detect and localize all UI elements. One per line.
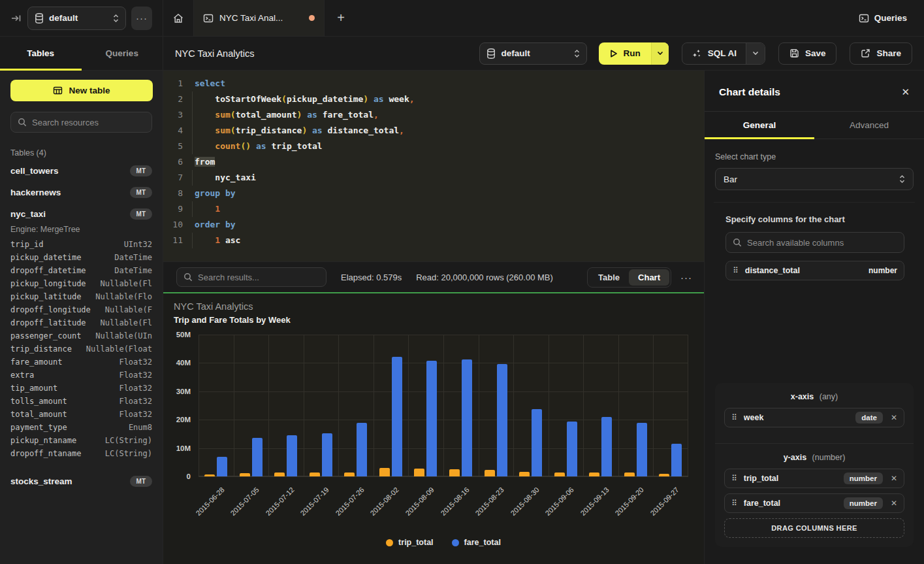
column-row: dropoff_longitudeNullable(F — [10, 303, 152, 316]
sidebar-item-nyc_taxi[interactable]: nyc_taxiMT — [10, 203, 152, 225]
column-name: dropoff_longitude — [10, 305, 105, 314]
column-row: fare_amountFloat32 — [10, 356, 152, 369]
drag-handle-icon[interactable]: ⠿ — [733, 266, 739, 275]
bar-fare_total — [601, 417, 612, 476]
toggle-chart-view[interactable]: Chart — [629, 269, 669, 286]
token: from — [195, 157, 215, 167]
results-more-button[interactable]: ··· — [680, 272, 692, 283]
chart-type-value: Bar — [724, 174, 899, 184]
code-tokens: toStartOfWeek(pickup_datetime) as week, — [183, 91, 415, 107]
collapse-arrow-icon — [10, 12, 22, 24]
main-area: 1select2 toStartOfWeek(pickup_datetime) … — [163, 71, 704, 564]
code-line: 11 1 asc — [163, 233, 704, 248]
drag-handle-icon[interactable]: ⠿ — [731, 413, 737, 422]
column-type: Float32 — [119, 357, 152, 367]
column-row: pickup_datetimeDateTime — [10, 251, 152, 264]
x-tick-label: 2015-06-28 — [194, 486, 225, 517]
column-row: payment_typeEnum8 — [10, 421, 152, 434]
sidebar-tabs: Tables Queries — [0, 37, 163, 70]
sidebar-item-hackernews[interactable]: hackernewsMT — [10, 182, 152, 203]
line-number: 9 — [163, 201, 183, 217]
column-name: pickup_datetime — [10, 253, 114, 262]
legend-label: trip_total — [398, 538, 433, 547]
remove-column-icon[interactable]: ✕ — [891, 474, 897, 483]
columns-search-input[interactable] — [747, 238, 897, 248]
read-stat: Read: 20,000,000 rows (260.00 MB) — [416, 273, 553, 282]
drag-handle-icon[interactable]: ⠿ — [731, 474, 737, 483]
run-options-caret[interactable] — [651, 42, 669, 65]
code-line: 3 sum(total_amount) as fare_total, — [163, 107, 704, 123]
tab-advanced[interactable]: Advanced — [814, 112, 924, 139]
column-name: pickup_longitude — [10, 279, 101, 288]
remove-column-icon[interactable]: ✕ — [891, 413, 897, 422]
column-chip-distance_total[interactable]: ⠿distance_totalnumber — [725, 261, 904, 280]
bar-trip_total — [519, 472, 530, 476]
line-number: 4 — [163, 123, 183, 139]
token: trip_total — [271, 141, 322, 151]
drag-handle-icon[interactable]: ⠿ — [731, 499, 737, 508]
run-button[interactable]: Run — [599, 42, 668, 65]
queries-button[interactable]: Queries — [859, 13, 907, 24]
results-search — [176, 267, 327, 287]
chart-type-select[interactable]: Bar — [715, 168, 914, 190]
collapse-sidebar-button[interactable] — [10, 12, 22, 24]
sql-editor[interactable]: 1select2 toStartOfWeek(pickup_datetime) … — [163, 71, 704, 261]
resource-search — [10, 112, 152, 133]
code-line: 8group by — [163, 186, 704, 201]
column-chip-fare_total[interactable]: ⠿fare_totalnumber✕ — [724, 493, 904, 513]
gridline — [234, 335, 234, 476]
divider — [714, 202, 915, 203]
token: 1 — [215, 204, 220, 214]
legend-dot — [452, 539, 459, 546]
queries-button-label: Queries — [874, 13, 907, 23]
new-table-button[interactable]: New table — [10, 80, 153, 101]
home-button[interactable] — [163, 0, 194, 36]
sidebar-item-cell_towers[interactable]: cell_towersMT — [10, 160, 152, 182]
y-axis-section: y-axis (number) ⠿trip_totalnumber✕⠿fare_… — [715, 443, 914, 547]
resource-search-input[interactable] — [32, 118, 147, 127]
query-database-selector[interactable]: default — [479, 42, 587, 65]
tab-general[interactable]: General — [705, 112, 814, 139]
token: , — [399, 125, 404, 135]
bar-fare_total — [287, 435, 297, 476]
column-name: passenger_count — [10, 331, 95, 340]
legend-item-trip_total[interactable]: trip_total — [386, 538, 433, 547]
share-button[interactable]: Share — [850, 42, 912, 65]
token: distance_total — [328, 125, 400, 135]
drag-columns-dropzone[interactable]: DRAG COLUMNS HERE — [724, 518, 904, 538]
remove-column-icon[interactable]: ✕ — [891, 499, 897, 508]
query-tab-nyc-taxi-analytics[interactable]: NYC Taxi Anal... — [194, 0, 325, 36]
results-toolbar: Elapsed: 0.579s Read: 20,000,000 rows (2… — [163, 261, 704, 292]
x-tick-label: 2015-09-20 — [614, 486, 645, 517]
save-button[interactable]: Save — [778, 42, 837, 65]
bar-fare_total — [322, 433, 332, 476]
bar-fare_total — [497, 364, 507, 476]
line-number: 8 — [163, 186, 183, 201]
sql-ai-button[interactable]: SQL AI — [682, 42, 765, 65]
column-name: payment_type — [10, 423, 129, 432]
results-search-input[interactable] — [198, 273, 319, 282]
tab-tables[interactable]: Tables — [0, 37, 82, 70]
bar-fare_total — [426, 361, 437, 476]
toggle-table-view[interactable]: Table — [589, 269, 629, 286]
x-axis-hint: (any) — [820, 392, 838, 401]
new-tab-button[interactable]: + — [325, 0, 357, 36]
token: as — [307, 110, 317, 120]
column-row: pickup_longitudeNullable(Fl — [10, 277, 152, 290]
sidebar-item-stocks_stream[interactable]: stocks_streamMT — [10, 471, 152, 492]
code-line: 10order by — [163, 217, 704, 233]
database-selector[interactable]: default — [27, 7, 126, 30]
details-tabs: General Advanced — [705, 112, 924, 139]
column-chip-week[interactable]: ⠿weekdate✕ — [724, 408, 904, 427]
tab-queries[interactable]: Queries — [82, 37, 163, 70]
gridline — [583, 335, 584, 476]
sql-ai-caret[interactable] — [746, 43, 765, 64]
close-icon[interactable]: ✕ — [901, 86, 910, 98]
column-type: Nullable(Float — [86, 344, 152, 354]
search-icon — [183, 273, 193, 282]
legend-item-fare_total[interactable]: fare_total — [452, 538, 501, 547]
column-chip-trip_total[interactable]: ⠿trip_totalnumber✕ — [724, 469, 904, 488]
sidebar-more-button[interactable]: ··· — [131, 7, 152, 30]
tab-title: NYC Taxi Anal... — [219, 13, 303, 23]
column-type: LC(String) — [105, 436, 152, 445]
